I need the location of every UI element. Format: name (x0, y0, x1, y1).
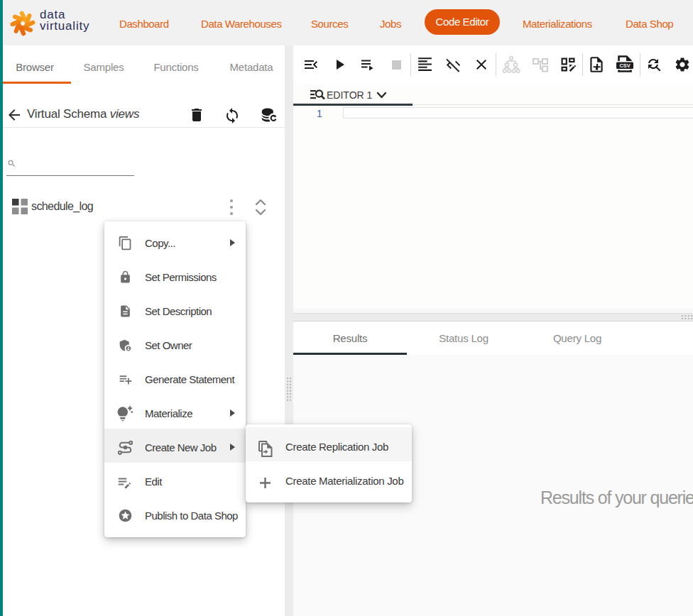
svg-text:CSV: CSV (619, 62, 630, 69)
